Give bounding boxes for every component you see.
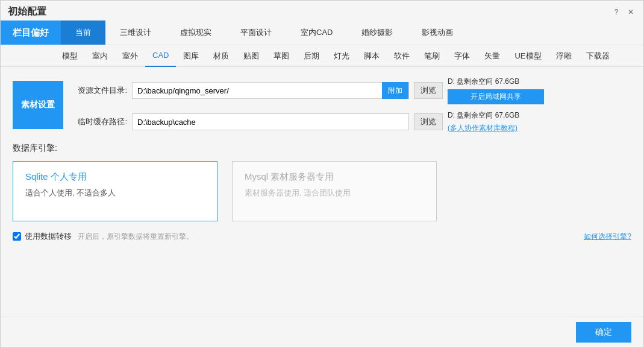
nav-tab-indoor-cad[interactable]: 室内CAD xyxy=(286,21,347,45)
nav-tab-relief[interactable]: 浮雕 xyxy=(549,45,579,67)
resource-dir-row: 资源文件目录: 附加 浏览 D: 盘剩余空间 67.6GB 开启局域网共享 xyxy=(73,77,631,104)
resource-dir-input-wrap: 附加 xyxy=(132,82,409,99)
nav-tab-script[interactable]: 脚本 xyxy=(357,45,387,67)
nav-row2: 模型 室内 室外 CAD 图库 材质 贴图 草图 后期 灯光 脚本 软件 笔刷 … xyxy=(1,45,643,66)
material-settings-section: 素材设置 资源文件目录: 附加 浏览 D: 盘剩余空间 67.6GB 开启局域网… xyxy=(13,77,631,133)
sqlite-option-desc: 适合个人使用, 不适合多人 xyxy=(25,188,205,198)
share-button[interactable]: 开启局域网共享 xyxy=(448,89,544,104)
material-settings-label: 素材设置 xyxy=(13,81,63,129)
collab-link[interactable]: (多人协作素材库教程) xyxy=(448,123,544,133)
cache-path-input[interactable] xyxy=(133,114,408,130)
nav-tab-vector[interactable]: 矢量 xyxy=(477,45,507,67)
window-title: 初始配置 xyxy=(8,5,46,18)
cache-path-input-wrap xyxy=(132,113,409,130)
nav-tab-gallery[interactable]: 图库 xyxy=(176,45,206,67)
resource-dir-input[interactable] xyxy=(133,83,382,98)
nav-tab-software[interactable]: 软件 xyxy=(387,45,417,67)
db-title: 数据库引擎: xyxy=(13,143,631,154)
bottom-bar: 确定 xyxy=(1,317,643,347)
help-button[interactable]: ? xyxy=(611,7,622,17)
cache-path-row: 临时缓存路径: 浏览 D: 盘剩余空间 67.6GB (多人协作素材库教程) xyxy=(73,110,631,133)
how-to-select-link[interactable]: 如何选择引擎? xyxy=(584,232,631,242)
disk-info-bottom: D: 盘剩余空间 67.6GB (多人协作素材库教程) xyxy=(448,110,544,133)
nav-tab-outdoor[interactable]: 室外 xyxy=(115,45,145,67)
nav-tab-flat[interactable]: 平面设计 xyxy=(226,21,286,45)
mysql-option-desc: 素材服务器使用, 适合团队使用 xyxy=(245,188,424,198)
migrate-note: 开启后，原引擎数据将重置新引擎。 xyxy=(78,232,193,242)
disk-info-top: D: 盘剩余空间 67.6GB 开启局域网共享 xyxy=(448,77,544,104)
nav-section: 栏目偏好 当前 三维设计 虚拟现实 平面设计 室内CAD 婚纱摄影 影视动画 模… xyxy=(1,21,643,67)
nav-tab-model[interactable]: 模型 xyxy=(55,45,85,67)
main-window: 初始配置 ? ✕ 栏目偏好 当前 三维设计 虚拟现实 平面设计 室内CAD 婚纱… xyxy=(0,0,644,348)
close-button[interactable]: ✕ xyxy=(625,7,636,17)
content-area: 素材设置 资源文件目录: 附加 浏览 D: 盘剩余空间 67.6GB 开启局域网… xyxy=(1,67,643,317)
browse-cache-button[interactable]: 浏览 xyxy=(414,113,443,130)
nav-tab-current[interactable]: 当前 xyxy=(61,21,105,45)
nav-tab-downloader[interactable]: 下载器 xyxy=(579,45,617,67)
mysql-option-title: Mysql 素材服务器专用 xyxy=(245,171,424,183)
nav-tab-indoor[interactable]: 室内 xyxy=(85,45,115,67)
cache-path-label: 临时缓存路径: xyxy=(73,116,127,127)
nav-tab-material[interactable]: 材质 xyxy=(206,45,236,67)
title-bar-buttons: ? ✕ xyxy=(611,7,636,17)
material-settings-row: 素材设置 资源文件目录: 附加 浏览 D: 盘剩余空间 67.6GB 开启局域网… xyxy=(13,77,631,133)
nav-tab-vr[interactable]: 虚拟现实 xyxy=(166,21,226,45)
nav-tab-ue-model[interactable]: UE模型 xyxy=(507,45,548,67)
material-settings-fields: 资源文件目录: 附加 浏览 D: 盘剩余空间 67.6GB 开启局域网共享 xyxy=(73,77,631,133)
nav-tab-texture[interactable]: 贴图 xyxy=(236,45,266,67)
nav-tab-3d[interactable]: 三维设计 xyxy=(105,21,166,45)
migrate-checkbox[interactable] xyxy=(13,232,21,241)
db-footer: 使用数据转移 开启后，原引擎数据将重置新引擎。 如何选择引擎? xyxy=(13,231,631,242)
nav-row1: 栏目偏好 当前 三维设计 虚拟现实 平面设计 室内CAD 婚纱摄影 影视动画 xyxy=(1,21,643,45)
nav-label: 栏目偏好 xyxy=(1,21,61,45)
nav-tab-brush[interactable]: 笔刷 xyxy=(417,45,447,67)
nav-tabs-row1: 当前 三维设计 虚拟现实 平面设计 室内CAD 婚纱摄影 影视动画 xyxy=(61,21,643,45)
disk-info-text-1: D: 盘剩余空间 67.6GB xyxy=(448,77,544,87)
nav-tab-postprocess[interactable]: 后期 xyxy=(296,45,327,67)
title-bar: 初始配置 ? ✕ xyxy=(1,1,643,21)
nav-tab-light[interactable]: 灯光 xyxy=(327,45,357,67)
disk-info-text-2: D: 盘剩余空间 67.6GB xyxy=(448,110,544,121)
add-resource-button[interactable]: 附加 xyxy=(382,82,408,99)
browse-resource-button[interactable]: 浏览 xyxy=(414,82,443,99)
nav-tab-wedding[interactable]: 婚纱摄影 xyxy=(347,21,407,45)
mysql-option[interactable]: Mysql 素材服务器专用 素材服务器使用, 适合团队使用 xyxy=(232,161,437,221)
resource-dir-label: 资源文件目录: xyxy=(73,85,127,96)
db-options: Sqlite 个人专用 适合个人使用, 不适合多人 Mysql 素材服务器专用 … xyxy=(13,161,631,221)
nav-tab-cad[interactable]: CAD xyxy=(145,45,176,67)
database-section: 数据库引擎: Sqlite 个人专用 适合个人使用, 不适合多人 Mysql 素… xyxy=(13,143,631,242)
nav-tab-film[interactable]: 影视动画 xyxy=(407,21,467,45)
nav-tab-sketch[interactable]: 草图 xyxy=(266,45,296,67)
migrate-checkbox-row: 使用数据转移 开启后，原引擎数据将重置新引擎。 xyxy=(13,231,193,242)
migrate-label: 使用数据转移 xyxy=(25,231,72,242)
nav-tab-font[interactable]: 字体 xyxy=(447,45,477,67)
sqlite-option-title: Sqlite 个人专用 xyxy=(25,171,205,183)
sqlite-option[interactable]: Sqlite 个人专用 适合个人使用, 不适合多人 xyxy=(13,161,217,221)
confirm-button[interactable]: 确定 xyxy=(576,322,631,343)
